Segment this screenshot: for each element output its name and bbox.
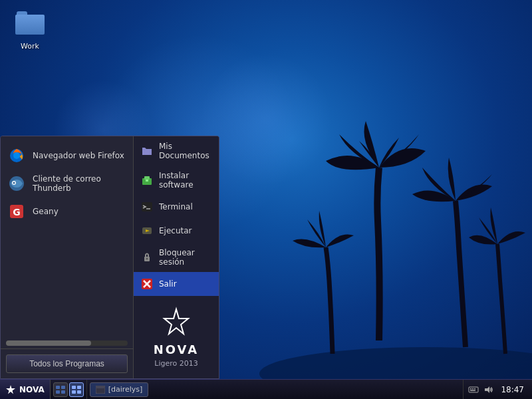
firefox-icon [7,146,26,165]
app-list-scrollbar[interactable] [6,340,128,346]
instalar-software-label: Instalar software [159,171,212,190]
menu-app-thunderbird[interactable]: Cliente de correo Thunderb [1,170,133,198]
folder-home-icon [140,144,154,158]
terminal-label: Terminal [159,202,193,211]
mis-documentos-label: Mis Documentos [159,142,212,160]
geany-icon: G [7,202,26,221]
menu-salir[interactable]: Salir [134,272,219,296]
menu-mis-documentos[interactable]: Mis Documentos [134,136,219,166]
svg-point-16 [146,258,148,260]
svg-rect-22 [56,386,60,389]
svg-rect-10 [146,180,148,182]
svg-marker-20 [164,309,188,334]
svg-rect-29 [77,390,81,394]
taskbar-window-list: [dairelys] [87,380,464,399]
start-menu-right-panel: Mis Documentos Instalar software [134,136,219,378]
menu-app-geany[interactable]: G Geany [1,198,133,225]
svg-point-0 [259,347,532,380]
svg-rect-32 [469,387,478,392]
svg-rect-31 [96,386,105,388]
start-button[interactable]: NOVA [0,380,51,399]
palm-scene [226,88,532,380]
menu-bloquear-sesion[interactable]: Bloquear sesión [134,243,219,272]
clock: 18:47 [497,385,528,394]
salir-label: Salir [159,279,177,289]
menu-app-firefox[interactable]: Navegador web Firefox [1,142,133,170]
svg-rect-26 [72,386,76,389]
bloquear-sesion-label: Bloquear sesión [159,248,212,267]
nova-sub-label: Ligero 2013 [154,359,198,368]
taskbar: NOVA [0,379,532,399]
svg-rect-9 [144,176,150,180]
svg-rect-35 [474,388,475,390]
svg-rect-34 [472,388,473,390]
exit-icon [140,277,154,291]
window-icon [96,386,105,394]
keyboard-tray-icon[interactable] [467,384,479,396]
scrollbar-thumb [6,340,91,346]
work-folder-icon[interactable]: Work [7,5,53,53]
nova-start-icon [5,384,16,395]
svg-rect-11 [142,202,152,211]
svg-point-5 [13,182,15,184]
start-menu-left-panel: Navegador web Firefox Cliente de correo … [1,136,134,378]
svg-rect-27 [77,386,81,389]
nova-logo-area: NOVA Ligero 2013 [134,296,219,378]
terminal-icon [140,200,154,213]
svg-point-2 [13,152,20,159]
volume-tray-icon[interactable] [482,384,494,396]
firefox-label: Navegador web Firefox [33,151,124,160]
nova-star-icon [160,307,193,340]
all-programs-button[interactable]: Todos los Programas [6,354,128,373]
svg-rect-25 [61,390,65,394]
svg-text:G: G [13,207,21,217]
geany-label: Geany [33,207,59,216]
menu-terminal[interactable]: Terminal [134,195,219,219]
workspace-2-button[interactable] [69,382,84,397]
run-icon [140,224,154,237]
workspace-1-button[interactable] [53,382,68,397]
menu-instalar-software[interactable]: Instalar software [134,166,219,195]
package-icon [140,174,154,187]
thunderbird-label: Cliente de correo Thunderb [33,174,126,193]
svg-rect-36 [470,390,475,391]
thunderbird-icon [7,174,26,193]
svg-marker-21 [6,385,15,394]
menu-ejecutar[interactable]: Ejecutar [134,219,219,243]
svg-rect-24 [56,390,60,394]
desktop: Work Navegador web Fire [0,0,532,399]
system-tray: 18:47 [463,380,532,399]
work-folder-label: Work [21,42,39,51]
start-menu-app-list: Navegador web Firefox Cliente de correo … [1,136,133,338]
taskbar-window-dairelys[interactable]: [dairelys] [90,382,149,397]
svg-rect-33 [470,388,471,390]
start-button-label: NOVA [19,385,45,394]
all-programs-section: Todos los Programas [1,348,133,378]
folder-icon-image [14,7,46,39]
workspace-switcher [51,380,87,399]
ejecutar-label: Ejecutar [159,226,192,235]
lock-icon [140,251,154,264]
svg-rect-23 [61,386,65,389]
svg-rect-28 [72,390,76,394]
nova-brand-label: NOVA [154,342,200,356]
svg-marker-37 [485,386,489,393]
start-menu: Navegador web Firefox Cliente de correo … [0,136,219,379]
window-label: [dairelys] [108,385,143,394]
